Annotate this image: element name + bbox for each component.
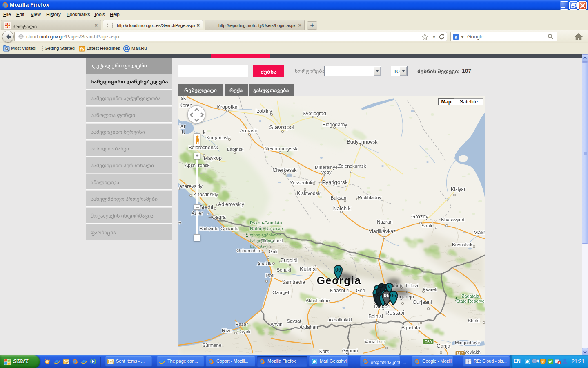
- svg-text:sk: sk: [181, 96, 186, 101]
- svg-text:Maykop: Maykop: [204, 155, 222, 161]
- svg-text:Bolnisi: Bolnisi: [368, 314, 383, 319]
- svg-text:Cherkessk: Cherkessk: [272, 167, 297, 173]
- svg-text:e: e: [55, 358, 59, 365]
- svg-text:Akhalkalaki: Akhalkalaki: [328, 317, 352, 322]
- svg-text:Pskhu-Gumista: Pskhu-Gumista: [250, 220, 282, 225]
- svg-text:Senaki: Senaki: [276, 267, 291, 272]
- svg-text:Kizlyar: Kizlyar: [451, 186, 466, 192]
- svg-text:Budyonnovsk: Budyonnovsk: [347, 139, 378, 145]
- svg-text:Nazran: Nazran: [377, 219, 393, 225]
- svg-text:Sürmene: Sürmene: [203, 343, 222, 348]
- svg-text:Kvareli: Kvareli: [423, 287, 437, 292]
- svg-text:M-2: M-2: [457, 352, 463, 355]
- svg-text:Telavi: Telavi: [405, 283, 418, 289]
- svg-text:Mingachevir: Mingachevir: [455, 340, 480, 345]
- svg-text:Nature Reserve: Nature Reserve: [250, 226, 283, 231]
- svg-text:Lazarevskiy: Lazarevskiy: [178, 184, 203, 189]
- svg-text:Akhaltsikhe: Akhaltsikhe: [306, 298, 330, 303]
- svg-text:Şavşat: Şavşat: [287, 319, 301, 323]
- svg-text:Çayeli: Çayeli: [237, 329, 250, 334]
- svg-text:06: 06: [390, 292, 396, 298]
- svg-text:k: k: [203, 130, 206, 135]
- svg-text:e: e: [178, 220, 181, 225]
- svg-text:Ozurgeti: Ozurgeti: [272, 290, 290, 295]
- svg-text:Kislovodsk: Kislovodsk: [297, 191, 321, 196]
- svg-text:Nalchik: Nalchik: [333, 205, 351, 211]
- svg-text:Khashuri: Khashuri: [330, 288, 349, 294]
- svg-text:Vladikavkaz: Vladikavkaz: [369, 229, 396, 234]
- svg-text:Anaklia: Anaklia: [257, 261, 273, 266]
- svg-text:Makha: Makha: [473, 229, 485, 236]
- svg-text:Pyatigorsk: Pyatigorsk: [322, 179, 347, 185]
- svg-text:Samtredia: Samtredia: [282, 279, 305, 285]
- svg-text:Kropotkin: Kropotkin: [217, 104, 239, 110]
- svg-text:Stavropol: Stavropol: [269, 124, 294, 130]
- svg-text:Artvin: Artvin: [270, 322, 282, 327]
- svg-text:Aghstafa: Aghstafa: [401, 325, 420, 330]
- svg-text:Khasavyurt: Khasavyurt: [441, 217, 465, 222]
- svg-text:Adlerovskiy: Adlerovskiy: [218, 202, 245, 207]
- svg-text:Gudauta: Gudauta: [220, 226, 239, 231]
- svg-text:Armavir: Armavir: [240, 128, 257, 134]
- svg-text:Buynaksk: Buynaksk: [452, 242, 472, 247]
- svg-text:Yessentuki: Yessentuki: [290, 180, 314, 186]
- svg-text:Pazar: Pazar: [236, 322, 248, 327]
- svg-text:Svetlograd: Svetlograd: [303, 111, 326, 117]
- svg-text:06: 06: [335, 267, 341, 273]
- svg-text:lar: lar: [179, 123, 186, 130]
- svg-text:Mineralnye: Mineralnye: [315, 165, 338, 170]
- svg-text:Labinsk: Labinsk: [227, 147, 243, 152]
- svg-text:Izobilny: Izobilny: [256, 108, 272, 114]
- svg-text:State Reserve: State Reserve: [456, 298, 485, 303]
- svg-text:Gori: Gori: [356, 288, 365, 294]
- svg-text:E60: E60: [425, 340, 432, 344]
- svg-text:Ardahan: Ardahan: [299, 324, 318, 330]
- svg-text:Gurjaani: Gurjaani: [412, 299, 432, 305]
- svg-text:Prokhladny: Prokhladny: [358, 195, 381, 200]
- svg-text:Sheki: Sheki: [468, 318, 480, 323]
- svg-text:Grozny: Grozny: [411, 213, 428, 220]
- svg-text:Vanadzor: Vanadzor: [365, 339, 385, 345]
- svg-text:Shali: Shali: [421, 223, 432, 228]
- svg-text:Vody: Vody: [321, 170, 332, 175]
- svg-text:Poti: Poti: [265, 273, 274, 278]
- svg-text:e: e: [82, 358, 86, 365]
- svg-text:Kars: Kars: [319, 349, 330, 355]
- svg-text:Rustavi: Rustavi: [385, 310, 405, 316]
- svg-text:Gagra: Gagra: [212, 214, 226, 220]
- svg-text:Baksan: Baksan: [331, 195, 346, 200]
- svg-text:Bichvinta: Bichvinta: [200, 226, 219, 231]
- svg-text:Gyumri: Gyumri: [342, 348, 358, 354]
- svg-text:U: U: [182, 130, 185, 135]
- svg-text:Zagatala: Zagatala: [462, 294, 480, 298]
- svg-text:Zugdidi: Zugdidi: [281, 258, 298, 263]
- svg-text:e: e: [160, 358, 164, 365]
- svg-text:Kurganinsk: Kurganinsk: [206, 135, 230, 140]
- svg-text:Belorechensk: Belorechensk: [189, 145, 219, 150]
- svg-text:Sochi: Sochi: [199, 204, 213, 210]
- svg-text:g: g: [455, 34, 457, 39]
- svg-text:Rize: Rize: [222, 328, 232, 334]
- svg-text:Ganja: Ganja: [437, 343, 450, 349]
- svg-text:Zelenokumsk: Zelenokumsk: [338, 164, 366, 168]
- svg-text:6: 6: [388, 284, 390, 289]
- svg-text:Yevlakh: Yevlakh: [464, 350, 481, 355]
- svg-text:Nevinnomyssk: Nevinnomyssk: [264, 146, 298, 152]
